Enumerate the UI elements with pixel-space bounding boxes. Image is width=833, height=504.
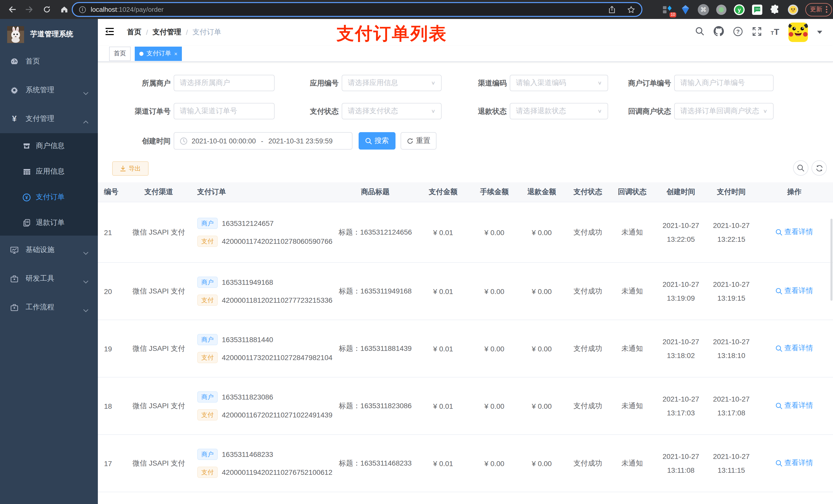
refund-status-select[interactable]: 请选择退款状态∨: [510, 103, 608, 119]
cell-id: 18: [98, 377, 128, 435]
sidebar-item-devtools[interactable]: 研发工具: [0, 264, 98, 293]
profile-emoji-icon[interactable]: [787, 4, 799, 15]
forward-icon[interactable]: [23, 3, 36, 16]
user-avatar[interactable]: [788, 23, 808, 42]
fullscreen-icon[interactable]: [752, 26, 762, 38]
toggle-search-button[interactable]: [793, 160, 808, 176]
font-size-icon[interactable]: TT: [771, 27, 779, 38]
cell-pay-order: 商户 1635311468233 支付 42000011942021102767…: [190, 435, 336, 492]
sidebar-item-home[interactable]: 首页: [0, 47, 98, 76]
cell-pay-time: 2021-10-2713:22:15: [707, 202, 756, 263]
col-header-title: 商品标题: [336, 182, 415, 202]
refund-doc-icon: [23, 219, 31, 227]
search-icon[interactable]: [695, 27, 704, 38]
scrollbar-thumb[interactable]: [830, 219, 832, 301]
extension-dot-icon[interactable]: [716, 4, 727, 15]
menu-dots-icon: [826, 6, 827, 13]
cell-title: 标题：1635311881439: [336, 320, 415, 377]
pay-status-select[interactable]: 请选择支付状态∨: [342, 103, 442, 119]
cell-actions: 查看详情: [756, 492, 833, 504]
collapse-menu-icon[interactable]: [105, 27, 114, 38]
extension-diamond-icon[interactable]: 10: [662, 4, 673, 15]
avatar-dropdown-caret[interactable]: [817, 31, 822, 34]
extension-command-icon[interactable]: ⌘: [698, 4, 709, 15]
extension-chat-icon[interactable]: [752, 4, 763, 15]
share-icon[interactable]: [608, 5, 616, 14]
github-icon[interactable]: [713, 26, 723, 39]
col-header-pay-time: 支付时间: [707, 182, 756, 202]
sidebar-item-system[interactable]: 系统管理: [0, 76, 98, 104]
tag-home[interactable]: 首页: [109, 46, 130, 61]
cell-channel: 微信 JSAPI 支付: [128, 263, 190, 320]
cell-channel: 微信 JSAPI 支付: [128, 435, 190, 492]
cell-pay-order: 商户 1635311949168 支付 42000011812021102777…: [190, 263, 336, 320]
view-detail-link[interactable]: 查看详情: [776, 228, 813, 237]
magnifier-icon: [776, 403, 782, 409]
magnifier-icon: [776, 460, 782, 466]
extension-sketch-icon[interactable]: [680, 4, 691, 15]
clock-icon: [180, 137, 188, 145]
search-button[interactable]: 搜索: [359, 132, 396, 149]
orders-table: 编号 支付渠道 支付订单 商品标题 支付金额 手续金额 退款金额 支付状态 回调…: [98, 182, 833, 504]
app-select[interactable]: 请选择应用信息∨: [342, 75, 442, 91]
active-dot: [139, 51, 143, 55]
sidebar-item-refund-order[interactable]: 退款订单: [0, 210, 98, 236]
sidebar-item-app-info[interactable]: 应用信息: [0, 159, 98, 184]
pay-no: 4200001174202110278060590766: [222, 237, 332, 245]
browser-update-button[interactable]: 更新: [805, 3, 832, 16]
cell-pay-status: [566, 492, 610, 504]
table-row: 17 微信 JSAPI 支付 商户 1635311468233 支付 42000…: [98, 435, 833, 492]
star-icon[interactable]: [627, 5, 635, 14]
address-bar[interactable]: localhost:1024/pay/order: [72, 2, 642, 17]
sidebar-item-merchant-info[interactable]: 商户信息: [0, 133, 98, 159]
pay-badge: 支付: [197, 294, 218, 306]
help-icon[interactable]: ?: [733, 26, 743, 38]
sidebar-item-label: 退款订单: [36, 218, 65, 227]
table-row: 18 微信 JSAPI 支付 商户 1635311823086 支付 42000…: [98, 377, 833, 435]
magnifier-icon: [776, 288, 782, 294]
pay-no: 4200001194202110276752100612: [222, 468, 332, 476]
view-detail-link[interactable]: 查看详情: [776, 401, 813, 410]
refresh-button[interactable]: [811, 160, 827, 176]
col-header-fee: 手续金额: [471, 182, 518, 202]
home-icon[interactable]: [57, 3, 71, 16]
extensions-puzzle-icon[interactable]: [769, 4, 781, 15]
briefcase-icon: [10, 303, 19, 311]
close-icon[interactable]: ×: [174, 50, 177, 56]
shop-icon: [23, 142, 31, 150]
sidebar-item-label: 基础设施: [26, 245, 54, 255]
sidebar-item-pay-order[interactable]: ¥ 支付订单: [0, 184, 98, 210]
view-detail-link[interactable]: 查看详情: [776, 287, 813, 296]
tag-pay-order[interactable]: 支付订单 ×: [135, 46, 182, 61]
view-detail-link[interactable]: 查看详情: [776, 459, 813, 468]
callback-status-select[interactable]: 请选择订单回调商户状态∨: [674, 103, 774, 119]
channel-code-select[interactable]: 请输入渠道编码∨: [510, 75, 608, 91]
cell-refund: [518, 492, 566, 504]
app-logo[interactable]: 芋道管理系统: [0, 19, 98, 47]
reload-icon[interactable]: [40, 3, 53, 16]
sidebar-item-label: 应用信息: [36, 167, 65, 176]
export-button[interactable]: 导出: [112, 161, 148, 176]
breadcrumb-pay[interactable]: 支付管理: [153, 28, 181, 37]
orders-table-wrap: 编号 支付渠道 支付订单 商品标题 支付金额 手续金额 退款金额 支付状态 回调…: [98, 182, 833, 504]
sidebar-item-label: 支付管理: [26, 114, 54, 123]
merchant-input[interactable]: 请选择所属商户: [174, 75, 275, 91]
merchant-order-no-input[interactable]: 请输入商户订单编号: [674, 75, 774, 91]
cell-refund: ¥ 0.00: [518, 202, 566, 263]
sidebar-item-label: 研发工具: [26, 274, 54, 283]
sidebar-item-workflow[interactable]: 工作流程: [0, 293, 98, 322]
channel-order-no-input[interactable]: 请输入渠道订单号: [174, 103, 275, 119]
breadcrumb-home[interactable]: 首页: [127, 28, 141, 37]
extension-y-icon[interactable]: y: [734, 4, 745, 15]
create-time-range-input[interactable]: 2021-10-01 00:00:00 - 2021-10-31 23:59:5…: [174, 132, 353, 149]
sidebar-submenu-pay: 商户信息 应用信息 ¥ 支付订单 退款订单: [0, 133, 98, 236]
view-detail-link[interactable]: 查看详情: [776, 344, 813, 353]
sidebar-item-pay[interactable]: ¥ 支付管理: [0, 104, 98, 133]
cell-title: 标题：1635311468233: [336, 435, 415, 492]
back-icon[interactable]: [5, 3, 19, 16]
merchant-badge: 商户: [197, 218, 218, 229]
filter-label-app: 应用编号: [280, 75, 339, 91]
svg-text:?: ?: [736, 28, 739, 34]
reset-button[interactable]: 重置: [401, 132, 436, 149]
sidebar-item-infra[interactable]: 基础设施: [0, 236, 98, 264]
